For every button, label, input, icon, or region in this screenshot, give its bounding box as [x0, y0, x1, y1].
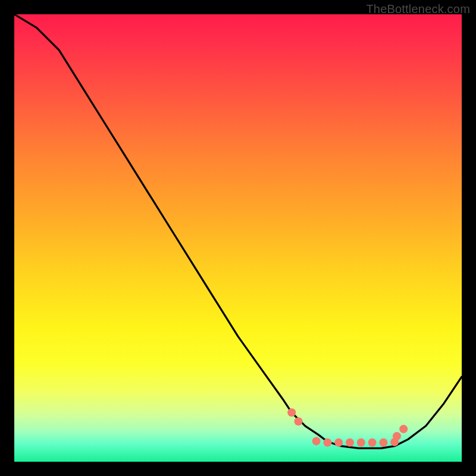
- plot-area: [14, 14, 462, 462]
- data-dot: [368, 439, 377, 447]
- data-dot: [393, 432, 401, 440]
- bottleneck-curve: [14, 14, 462, 448]
- chart-svg: [14, 14, 462, 462]
- watermark-text: TheBottleneck.com: [366, 2, 470, 16]
- curve-group: [14, 14, 462, 448]
- data-dot: [334, 439, 343, 447]
- data-dot: [346, 439, 354, 447]
- data-dot: [287, 408, 296, 416]
- chart-frame: TheBottleneck.com: [0, 0, 476, 476]
- data-dot: [312, 437, 321, 445]
- dots-group: [287, 408, 408, 446]
- data-dot: [295, 417, 303, 425]
- data-dot: [323, 439, 331, 447]
- data-dot: [399, 425, 408, 433]
- data-dot: [379, 439, 387, 447]
- data-dot: [357, 439, 365, 447]
